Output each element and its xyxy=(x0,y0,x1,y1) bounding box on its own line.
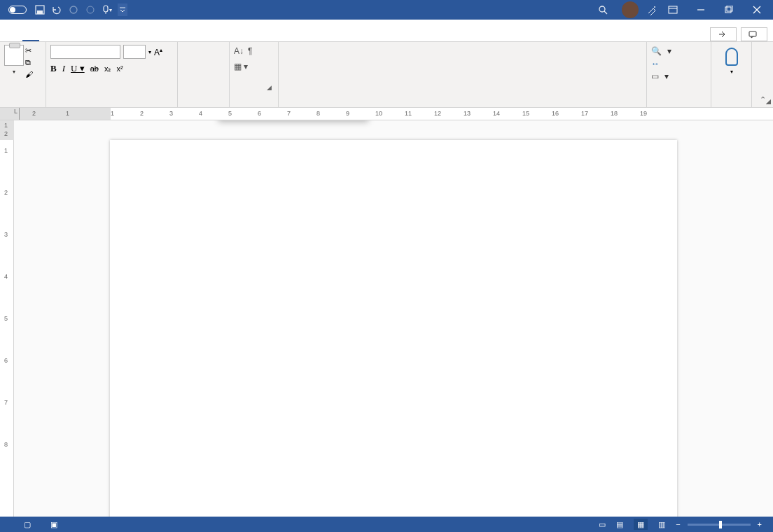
user-account[interactable] xyxy=(618,1,639,18)
voice-label xyxy=(716,104,747,106)
paragraph-label xyxy=(182,104,225,106)
title-bar: ▾ xyxy=(0,0,773,20)
format-painter-icon[interactable]: 🖌 xyxy=(25,70,33,78)
cut-icon[interactable]: ✂ xyxy=(25,46,33,55)
sort-icon[interactable]: A↓ xyxy=(234,46,244,56)
tab-insert[interactable] xyxy=(39,33,56,41)
customize-qat-icon[interactable] xyxy=(118,4,127,16)
macro-icon[interactable]: ▣ xyxy=(50,520,57,529)
strike-button[interactable]: ab xyxy=(90,64,99,73)
tab-review[interactable] xyxy=(216,33,232,41)
bold-button[interactable]: B xyxy=(50,63,57,74)
styles-group: ◢ xyxy=(279,42,647,107)
svg-line-8 xyxy=(604,11,607,14)
avatar xyxy=(622,1,639,18)
comments-button[interactable] xyxy=(741,27,767,41)
find-button[interactable]: 🔍 ▾ xyxy=(651,45,706,57)
svg-point-7 xyxy=(599,6,605,12)
paste-icon xyxy=(4,45,24,66)
search-icon[interactable] xyxy=(597,4,609,16)
minimize-button[interactable] xyxy=(688,0,714,20)
microphone-icon xyxy=(725,48,738,66)
print-layout-icon[interactable]: ▦ xyxy=(634,519,648,530)
editing-label xyxy=(651,104,706,106)
border-icon[interactable]: ▦ ▾ xyxy=(234,62,248,71)
font-label xyxy=(50,104,173,106)
superscript-button[interactable]: x² xyxy=(116,64,123,73)
tab-view[interactable] xyxy=(232,33,249,41)
close-button[interactable] xyxy=(744,0,770,20)
toggle-off-icon xyxy=(8,6,27,14)
focus-mode[interactable]: ▭ xyxy=(599,520,606,529)
tab-nitro[interactable] xyxy=(266,33,283,41)
spellcheck-icon[interactable]: ▢ xyxy=(24,520,31,529)
autosave-toggle[interactable] xyxy=(6,6,29,14)
tab-home[interactable] xyxy=(22,31,39,41)
work-area: Dictate ? 12 12345678 xyxy=(0,120,773,517)
styles-launcher-icon[interactable]: ◢ xyxy=(766,98,771,105)
tab-file[interactable] xyxy=(6,33,22,41)
share-button[interactable] xyxy=(710,27,737,41)
voice-group: ▾ xyxy=(711,42,752,107)
subscript-button[interactable]: x₂ xyxy=(104,64,111,74)
svg-rect-4 xyxy=(104,6,108,12)
svg-rect-13 xyxy=(725,7,731,13)
paragraph-group xyxy=(178,42,230,107)
zoom-out-button[interactable]: − xyxy=(676,520,680,528)
horizontal-ruler[interactable]: L 21 12345678910111213141516171819 xyxy=(0,108,773,120)
ribbon-display-icon[interactable] xyxy=(660,0,686,20)
touch-mode-icon[interactable] xyxy=(84,4,97,16)
italic-button[interactable]: I xyxy=(62,63,65,74)
grow-font-icon[interactable]: A▴ xyxy=(154,47,162,57)
ribbon-tabs xyxy=(0,20,773,42)
svg-point-9 xyxy=(654,6,655,8)
zoom-in-button[interactable]: + xyxy=(758,520,762,528)
font-group: ▾ A▴ B I U ▾ ab x₂ x² ◢ xyxy=(46,42,178,107)
read-mode-icon[interactable]: ▤ xyxy=(613,519,627,530)
pilcrow-icon[interactable]: ¶ xyxy=(248,46,252,56)
svg-rect-14 xyxy=(727,6,732,11)
para-launcher-icon[interactable]: ◢ xyxy=(267,84,272,91)
copy-icon[interactable]: ⧉ xyxy=(25,58,33,67)
tab-help[interactable] xyxy=(249,33,266,41)
document-page[interactable] xyxy=(110,140,677,517)
select-button[interactable]: ▭ ▾ xyxy=(651,70,706,83)
svg-rect-10 xyxy=(669,6,677,13)
clipboard-label xyxy=(4,104,41,106)
font-name-input[interactable] xyxy=(50,45,120,59)
editing-group: 🔍 ▾ ↔ ▭ ▾ xyxy=(647,42,711,107)
svg-rect-17 xyxy=(749,31,756,36)
save-icon[interactable] xyxy=(34,4,46,16)
clipboard-group: ▾ ✂ ⧉ 🖌 ◢ xyxy=(0,42,46,107)
status-bar: ▢ ▣ ▭ ▤ ▦ ▥ − + xyxy=(0,517,773,532)
maximize-button[interactable] xyxy=(716,0,742,20)
tab-mailings[interactable] xyxy=(199,33,216,41)
replace-button[interactable]: ↔ xyxy=(651,57,706,70)
dictate-ribbon-button[interactable]: ▾ xyxy=(716,45,747,75)
dictate-qat-icon[interactable]: ▾ xyxy=(101,4,113,16)
paste-button[interactable]: ▾ xyxy=(4,45,24,78)
tab-design[interactable] xyxy=(56,33,73,41)
zoom-slider[interactable] xyxy=(688,524,751,526)
ribbon: ▾ ✂ ⧉ 🖌 ◢ ▾ A▴ B I U ▾ ab x₂ xyxy=(0,42,773,108)
coming-soon-icon[interactable] xyxy=(646,4,658,16)
undo-icon[interactable] xyxy=(50,4,63,16)
svg-rect-1 xyxy=(37,10,43,14)
redo-icon[interactable] xyxy=(67,4,80,16)
web-layout-icon[interactable]: ▥ xyxy=(655,519,669,530)
vertical-ruler[interactable]: 12 12345678 xyxy=(0,120,14,517)
svg-point-3 xyxy=(87,6,94,13)
styles-label xyxy=(283,104,642,106)
font-size-input[interactable] xyxy=(123,45,146,59)
page-scroll[interactable] xyxy=(14,120,773,517)
svg-point-2 xyxy=(70,6,77,13)
underline-button[interactable]: U ▾ xyxy=(71,63,85,74)
